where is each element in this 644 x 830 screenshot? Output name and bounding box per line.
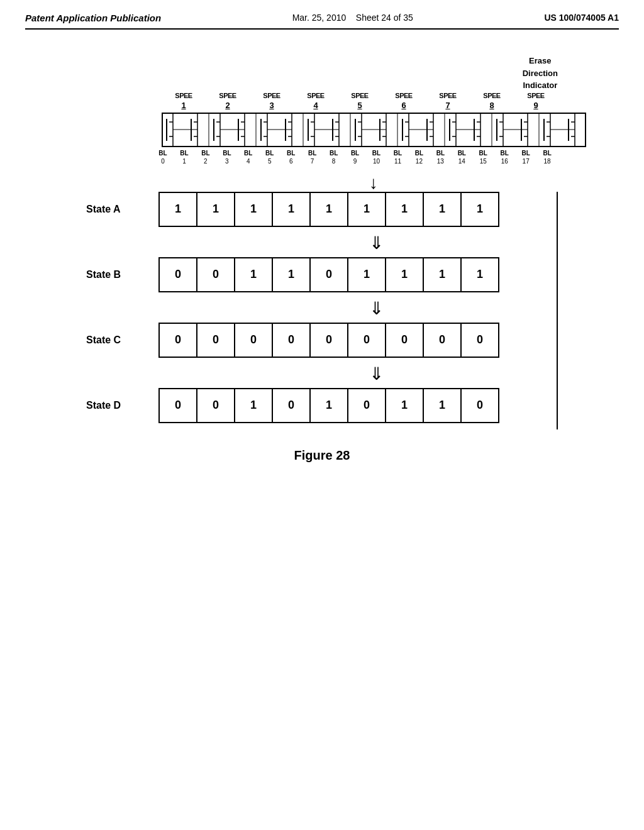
bl-num-11: 11 [387, 158, 408, 165]
bl-num-1: 1 [174, 158, 195, 165]
states-container: State A 1 1 1 1 1 1 1 1 1 ⇓ [86, 192, 558, 429]
state-d-bit-5: 0 [347, 389, 385, 422]
header-publication-label: Patent Application Publication [25, 13, 161, 23]
state-c-bit-3: 0 [272, 324, 309, 357]
bl-num-9: 9 [345, 158, 366, 165]
state-a-label: State A [86, 204, 158, 215]
state-d-row: State D 0 0 1 0 1 0 1 1 0 [86, 388, 558, 423]
state-b-bit-0: 0 [158, 258, 196, 291]
bl-num-16: 16 [494, 158, 515, 165]
state-a-bit-4: 1 [309, 193, 347, 226]
figure-caption: Figure 28 [294, 448, 350, 463]
col-num-3: 3 [250, 101, 294, 110]
header-patent-number: US 100/074005 A1 [544, 13, 619, 23]
bl-num-12: 12 [408, 158, 430, 165]
state-a-row: State A 1 1 1 1 1 1 1 1 1 [86, 192, 558, 227]
bl-4-label: BL [238, 150, 259, 157]
col-num-8: 8 [470, 101, 514, 110]
state-d-bit-3: 0 [272, 389, 309, 422]
spee-8: SPEE [470, 92, 514, 99]
state-c-bit-1: 0 [196, 324, 234, 357]
state-d-bit-8: 0 [460, 389, 498, 422]
state-c-bit-2: 0 [234, 324, 272, 357]
state-b-row: State B 0 0 1 1 0 1 1 1 1 [86, 257, 558, 292]
state-b-bit-5: 1 [347, 258, 385, 291]
state-c-bit-8: 0 [460, 324, 498, 357]
spee-4: SPEE [294, 92, 338, 99]
column-numbers-row: 1 2 3 4 5 6 7 8 9 [162, 101, 558, 110]
state-a-bit-2: 1 [234, 193, 272, 226]
col-num-6: 6 [382, 101, 426, 110]
bl-num-0: 0 [152, 158, 174, 165]
state-b-bit-6: 1 [385, 258, 423, 291]
bl-num-17: 17 [515, 158, 536, 165]
state-c-bit-0: 0 [158, 324, 196, 357]
bl-8-label: BL [323, 150, 345, 157]
col-num-4: 4 [294, 101, 338, 110]
state-b-bit-2: 1 [234, 258, 272, 291]
state-b-bit-3: 1 [272, 258, 309, 291]
bl-numbers-row: 0 1 2 3 4 5 6 7 8 9 10 11 12 13 14 15 16… [152, 158, 558, 165]
bl-labels-row: BL BL BL BL BL BL BL BL BL BL BL BL BL B… [152, 150, 558, 157]
state-c-label: State C [86, 335, 158, 346]
bl-9-label: BL [345, 150, 366, 157]
bl-num-14: 14 [451, 158, 472, 165]
bl-num-5: 5 [259, 158, 280, 165]
spee-2: SPEE [206, 92, 250, 99]
state-b-cells: 0 0 1 1 0 1 1 1 1 [158, 257, 499, 292]
page-header: Patent Application Publication Mar. 25, … [25, 13, 619, 30]
state-a-bit-8: 1 [460, 193, 498, 226]
state-d-bit-4: 1 [309, 389, 347, 422]
state-a-bit-1: 1 [196, 193, 234, 226]
arrow-c-to-d: ⇓ [86, 365, 558, 383]
spee-9: SPEE [514, 92, 558, 99]
header-date-sheet: Mar. 25, 2010 Sheet 24 of 35 [292, 13, 413, 23]
state-c-cells: 0 0 0 0 0 0 0 0 0 [158, 323, 499, 358]
state-d-bit-6: 1 [385, 389, 423, 422]
spee-3: SPEE [250, 92, 294, 99]
bl-num-8: 8 [323, 158, 345, 165]
state-b-bit-1: 0 [196, 258, 234, 291]
bl-15-label: BL [472, 150, 494, 157]
bl-num-6: 6 [280, 158, 302, 165]
bl-7-label: BL [302, 150, 323, 157]
state-d-bit-2: 1 [234, 389, 272, 422]
state-d-bit-0: 0 [158, 389, 196, 422]
state-c-bit-4: 0 [309, 324, 347, 357]
cell-array: /* patterns drawn per cell above */ [162, 113, 586, 147]
state-a-bit-0: 1 [158, 193, 196, 226]
page: Patent Application Publication Mar. 25, … [0, 0, 644, 830]
spee-1: SPEE [162, 92, 206, 99]
state-d-bit-1: 0 [196, 389, 234, 422]
bl-3-label: BL [216, 150, 238, 157]
bl-num-15: 15 [472, 158, 494, 165]
state-c-row: State C 0 0 0 0 0 0 0 0 0 [86, 323, 558, 358]
state-c-bit-5: 0 [347, 324, 385, 357]
state-a-bit-7: 1 [423, 193, 460, 226]
state-b-bit-8: 1 [460, 258, 498, 291]
bl-17-label: BL [515, 150, 536, 157]
bl-num-4: 4 [238, 158, 259, 165]
state-a-bit-5: 1 [347, 193, 385, 226]
figure-area: Erase Direction Indicator SPEE SPEE SPEE… [25, 55, 619, 463]
state-b-bit-4: 0 [309, 258, 347, 291]
col-num-1: 1 [162, 101, 206, 110]
state-d-cells: 0 0 1 0 1 0 1 1 0 [158, 388, 499, 423]
bl-16-label: BL [494, 150, 515, 157]
state-d-bit-7: 1 [423, 389, 460, 422]
bl-14-label: BL [451, 150, 472, 157]
bl-2-label: BL [195, 150, 216, 157]
col-num-7: 7 [426, 101, 470, 110]
col-num-5: 5 [338, 101, 382, 110]
bl-10-label: BL [366, 150, 387, 157]
bl-6-label: BL [280, 150, 302, 157]
bl-0-label: BL [152, 150, 174, 157]
bl-1-label: BL [174, 150, 195, 157]
bl-18-label: BL [536, 150, 558, 157]
spee-6: SPEE [382, 92, 426, 99]
bl-num-18: 18 [536, 158, 558, 165]
bl-num-10: 10 [366, 158, 387, 165]
spee-7: SPEE [426, 92, 470, 99]
state-b-bit-7: 1 [423, 258, 460, 291]
state-c-bit-7: 0 [423, 324, 460, 357]
